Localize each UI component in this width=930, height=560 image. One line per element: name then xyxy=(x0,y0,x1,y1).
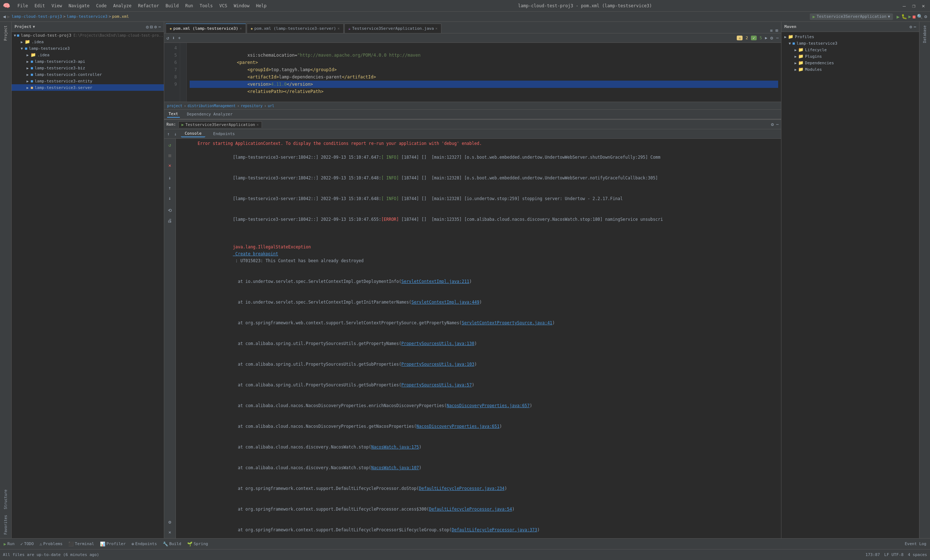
run-config-dropdown-icon[interactable]: ▼ xyxy=(888,14,890,18)
sidebar-favorites-icon[interactable]: Favorites xyxy=(3,513,8,537)
expand-icon[interactable]: ▶ xyxy=(765,35,768,40)
menu-window[interactable]: Window xyxy=(231,3,252,9)
editor-bc-url[interactable]: url xyxy=(268,104,274,108)
toolbar-btn-1[interactable]: ↺ xyxy=(166,35,169,41)
kill-icon[interactable]: ✕ xyxy=(165,160,175,170)
maven-item-modules[interactable]: ▶ 📁 Modules xyxy=(783,66,918,72)
console-output[interactable]: Error starting ApplicationContext. To di… xyxy=(176,139,781,538)
tab-close-pom-server[interactable]: × xyxy=(337,26,340,31)
menu-build[interactable]: Build xyxy=(163,3,182,9)
debug-button[interactable]: 🐛 xyxy=(901,14,907,19)
toolbar-gear-icon[interactable]: ⚙ xyxy=(770,35,773,41)
rerun-icon[interactable]: ↺ xyxy=(165,140,175,150)
maven-item-lifecycle[interactable]: ▶ 📁 Lifecycle xyxy=(783,46,918,53)
toolbar-minimize-icon[interactable]: − xyxy=(776,35,779,41)
tree-item-service3[interactable]: ▼ ◼ lamp-testservice3 xyxy=(12,45,164,52)
todo-button[interactable]: ✓ TODO xyxy=(19,541,35,547)
menu-edit[interactable]: Edit xyxy=(32,3,48,9)
run-sidebar-down-icon[interactable]: ↓ xyxy=(174,131,177,137)
soft-wrap-icon[interactable]: ⟲ xyxy=(165,206,175,215)
endpoints-button[interactable]: ⊕ Endpoints xyxy=(130,541,159,547)
recent-files-icon[interactable]: ≡ xyxy=(769,28,774,33)
nav-forward-icon[interactable]: ▶ xyxy=(7,14,10,19)
stop-icon[interactable]: ■ xyxy=(165,150,175,160)
tree-item-server[interactable]: ▶ ◼ lamp-testservice3-server xyxy=(12,84,164,91)
right-sidebar-db-icon[interactable]: Database xyxy=(922,23,927,45)
maven-item-plugins[interactable]: ▶ 📁 Plugins xyxy=(783,53,918,60)
tree-item-idea[interactable]: ▶ 📁 .idea xyxy=(12,38,164,45)
menu-vcs[interactable]: VCS xyxy=(217,3,230,9)
tree-item-biz[interactable]: ▶ ◼ lamp-testservice3-biz xyxy=(12,65,164,71)
split-editor-icon[interactable]: ⊞ xyxy=(774,28,780,33)
project-settings-icon[interactable]: ⚙ xyxy=(154,24,157,29)
editor-bc-repo[interactable]: repository xyxy=(241,104,263,108)
toolbar-btn-3[interactable]: + xyxy=(178,35,181,41)
project-panel-dropdown-icon[interactable]: ▼ xyxy=(33,25,35,29)
editor-bc-project[interactable]: project xyxy=(167,104,182,108)
tab-endpoints[interactable]: Endpoints xyxy=(209,131,239,137)
tree-item-entity[interactable]: ▶ ◼ lamp-testservice3-entity xyxy=(12,78,164,84)
menu-run[interactable]: Run xyxy=(182,3,196,9)
code-lines[interactable]: xsi:schemaLocation="http://maven.apache.… xyxy=(187,43,781,102)
problems-button[interactable]: ⚠ Problems xyxy=(38,541,64,547)
run-button[interactable]: ▶ xyxy=(896,14,899,20)
minimize-button[interactable]: — xyxy=(901,2,908,9)
maven-item-dependencies[interactable]: ▶ 📁 Dependencies xyxy=(783,60,918,66)
tab-pom-server[interactable]: ◈ pom.xml (lamp-testservice3-server) × xyxy=(247,24,344,33)
tree-item-controller[interactable]: ▶ ◼ lamp-testservice3-controller xyxy=(12,71,164,78)
sidebar-project-icon[interactable]: Project xyxy=(3,23,8,43)
maven-minimize-icon[interactable]: − xyxy=(914,24,916,29)
run-sidebar-up-icon[interactable]: ↑ xyxy=(167,131,169,137)
tab-dep-analyzer[interactable]: Dependency Analyzer xyxy=(186,111,234,117)
breadcrumb-service[interactable]: lamp-testservice3 xyxy=(66,14,108,19)
run-config-tab-close[interactable]: × xyxy=(257,123,259,127)
code-editor[interactable]: 4 5 6 7 8 9 xyxy=(164,43,781,119)
settings-icon[interactable]: ⚙ xyxy=(924,14,927,19)
menu-navigate[interactable]: Navigate xyxy=(66,3,92,9)
tab-text[interactable]: Text xyxy=(167,111,180,118)
settings-2-icon[interactable]: ⚙ xyxy=(165,517,175,526)
run-panel-settings-icon[interactable]: ⚙ xyxy=(771,122,774,127)
project-collapse-icon[interactable]: ⊟ xyxy=(150,24,152,29)
tab-app-java[interactable]: ☕ Testservice3ServerApplication.java × xyxy=(344,24,441,33)
tab-console[interactable]: Console xyxy=(181,130,205,137)
breadcrumb-proj[interactable]: lamp-cloud-test-proj3 xyxy=(12,14,62,19)
close-console-icon[interactable]: × xyxy=(165,527,175,537)
maven-item-service3[interactable]: ▼ ◼ lamp-testservice3 xyxy=(783,40,918,46)
tree-item-idea2[interactable]: ▶ 📁 .idea xyxy=(12,52,164,58)
project-minimize-icon[interactable]: − xyxy=(159,24,161,29)
tab-close-pom-service3[interactable]: × xyxy=(240,26,242,31)
menu-code[interactable]: Code xyxy=(93,3,110,9)
coverage-button[interactable]: ▶ xyxy=(908,14,912,19)
scroll-end-icon[interactable]: ↓ xyxy=(165,173,175,182)
search-icon[interactable]: 🔍 xyxy=(917,14,923,19)
event-log-button[interactable]: Event Log xyxy=(903,541,928,547)
menu-view[interactable]: View xyxy=(49,3,65,9)
tab-close-app-java[interactable]: × xyxy=(435,26,437,31)
close-button[interactable]: ✕ xyxy=(920,2,927,9)
run-panel-minimize-icon[interactable]: − xyxy=(776,122,779,127)
menu-tools[interactable]: Tools xyxy=(197,3,216,9)
project-locate-icon[interactable]: ◎ xyxy=(146,24,149,29)
sidebar-structure-icon[interactable]: Structure xyxy=(3,488,8,511)
print-icon[interactable]: 🖨 xyxy=(165,216,175,225)
spring-button[interactable]: 🌱 Spring xyxy=(186,541,209,547)
editor-bc-distmgmt[interactable]: distributionManagement xyxy=(188,104,236,108)
toolbar-btn-2[interactable]: ⬇ xyxy=(172,35,175,41)
menu-help[interactable]: Help xyxy=(253,3,269,9)
tree-item-api[interactable]: ▶ ◼ lamp-testservice3-api xyxy=(12,58,164,65)
menu-file[interactable]: File xyxy=(14,3,31,9)
maximize-button[interactable]: ❐ xyxy=(910,2,917,9)
maven-settings-icon[interactable]: ⚙ xyxy=(910,24,912,29)
prev-error-icon[interactable]: ↑ xyxy=(165,183,175,192)
menu-refactor[interactable]: Refactor xyxy=(135,3,162,9)
breadcrumb-file[interactable]: pom.xml xyxy=(112,14,129,19)
next-error-icon[interactable]: ↓ xyxy=(165,193,175,203)
tab-pom-service3[interactable]: ◈ pom.xml (lamp-testservice3) × xyxy=(166,24,246,33)
run-config-selector[interactable]: ▶ Testservice3ServerApplication ▼ xyxy=(810,14,893,20)
run-config-tab[interactable]: ▶ Testservice3ServerApplication × xyxy=(179,121,262,128)
build-button[interactable]: 🔧 Build xyxy=(161,541,183,547)
menu-analyze[interactable]: Analyze xyxy=(110,3,134,9)
maven-item-profiles[interactable]: ▶ 📁 Profiles xyxy=(783,34,918,40)
profiler-button[interactable]: 📊 Profiler xyxy=(99,541,127,547)
